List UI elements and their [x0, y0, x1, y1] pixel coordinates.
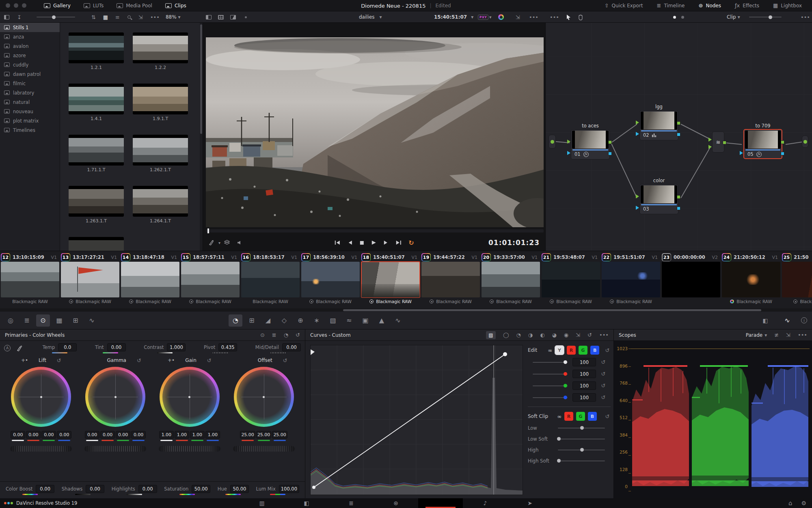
- hand-tool-icon[interactable]: [578, 14, 583, 20]
- clip-thumbnail[interactable]: [181, 262, 240, 297]
- key-output-port[interactable]: [608, 152, 612, 155]
- album-item[interactable]: avalon: [0, 41, 60, 51]
- search-icon[interactable]: [127, 15, 131, 19]
- timeline-clip[interactable]: 24 21:20:50:12 V1 Blackmagic RAW: [721, 251, 781, 312]
- param-value[interactable]: 50.00: [230, 485, 249, 493]
- more-options-icon[interactable]: •••: [550, 15, 559, 20]
- timeline-clip[interactable]: 13 13:17:27:21 V1 Blackmagic RAW: [60, 251, 120, 312]
- page-button[interactable]: ♪: [463, 498, 508, 508]
- timeline-clip[interactable]: 18 15:40:51:07 V1 Blackmagic RAW: [361, 251, 421, 312]
- channel-value[interactable]: 100: [572, 370, 596, 378]
- stop-button[interactable]: [359, 241, 364, 245]
- wheel-value[interactable]: 0.00: [26, 431, 41, 439]
- clip-thumbnail[interactable]: [241, 262, 300, 297]
- custom-curve-icon[interactable]: ▧: [486, 331, 496, 339]
- soft-clip-slider[interactable]: [558, 450, 605, 450]
- record-timecode[interactable]: 01:01:01:23: [488, 239, 540, 247]
- reset-icon[interactable]: ↺: [600, 359, 607, 365]
- still-thumbnail[interactable]: [133, 84, 188, 114]
- wheel-value[interactable]: 0.00: [131, 431, 146, 439]
- clip-thumbnail[interactable]: [61, 262, 119, 297]
- clip-thumbnail[interactable]: [662, 262, 720, 297]
- curve-graph[interactable]: [310, 345, 523, 495]
- palette-icon[interactable]: ⊞: [245, 314, 259, 327]
- video-frame[interactable]: [206, 37, 544, 227]
- source-input-node[interactable]: [549, 135, 556, 149]
- param-value[interactable]: 0.00: [107, 343, 126, 351]
- album-item[interactable]: anza: [0, 32, 60, 41]
- album-item[interactable]: Stills 1: [0, 23, 60, 32]
- gain-wheel[interactable]: [160, 367, 220, 427]
- rgb-output-port[interactable]: [677, 195, 680, 199]
- wheel-value[interactable]: 0.00: [100, 431, 115, 439]
- rgb-input-port[interactable]: [567, 140, 570, 144]
- more-options-icon[interactable]: •••: [150, 15, 160, 20]
- palette-icon[interactable]: ⊕: [294, 314, 307, 327]
- still-thumbnail[interactable]: [69, 186, 124, 217]
- wheel-value[interactable]: 1.00: [205, 431, 220, 439]
- soft-clip-slider[interactable]: [558, 461, 605, 461]
- clip-thumbnail[interactable]: [421, 262, 480, 297]
- channel-slider[interactable]: [533, 385, 568, 386]
- more-options-icon[interactable]: •••: [801, 15, 810, 20]
- palette-icon[interactable]: ◇: [277, 314, 291, 327]
- source-timecode-field[interactable]: 15:40:51:07 ▾: [434, 14, 473, 20]
- expand-viewer-icon[interactable]: ⇲: [516, 15, 520, 20]
- rgb-input-port[interactable]: [636, 194, 639, 198]
- rgb-output-port[interactable]: [781, 140, 784, 144]
- window-dot[interactable]: [22, 3, 26, 8]
- offset-master-dial[interactable]: [233, 446, 295, 452]
- toggle-album-list-icon[interactable]: [4, 15, 9, 19]
- channel-slider[interactable]: [533, 374, 568, 375]
- split-screen-icon[interactable]: ◧: [758, 314, 772, 327]
- still-thumbnail[interactable]: [133, 32, 188, 63]
- channel-button[interactable]: B: [590, 346, 599, 355]
- clip-thumbnail[interactable]: [482, 262, 540, 297]
- channel-slider[interactable]: [533, 362, 568, 363]
- scope-mode-select[interactable]: Parade ▾: [746, 332, 767, 338]
- import-still-icon[interactable]: ↧: [17, 15, 22, 20]
- album-item[interactable]: cuddly: [0, 60, 60, 69]
- window-dot[interactable]: [6, 3, 10, 8]
- param-value[interactable]: 0.0: [58, 343, 77, 351]
- reset-icon[interactable]: ↺: [600, 394, 607, 400]
- grid-view-icon[interactable]: ▦: [103, 15, 108, 20]
- auto-balance-icon[interactable]: A: [4, 345, 11, 351]
- timeline-clip[interactable]: 14 13:18:47:18 V1 Blackmagic RAW: [120, 251, 180, 312]
- wheel-value[interactable]: 25.00: [240, 431, 255, 439]
- key-output-port[interactable]: [677, 207, 680, 210]
- node-zoom-slider[interactable]: [749, 17, 782, 17]
- reset-icon[interactable]: ↺: [283, 357, 287, 364]
- top-tab[interactable]: ≣ Timeline: [650, 0, 692, 11]
- wheel-value[interactable]: 0.00: [11, 431, 25, 439]
- gain-master-dial[interactable]: [159, 446, 220, 452]
- more-options-icon[interactable]: •••: [599, 332, 609, 338]
- album-item[interactable]: filmic: [0, 79, 60, 88]
- custom-target-icon[interactable]: +•: [21, 357, 28, 363]
- grid-compare-icon[interactable]: [218, 15, 224, 19]
- sat-vs-sat-icon[interactable]: ◕: [552, 332, 556, 338]
- channel-value[interactable]: 100: [572, 381, 596, 390]
- page-button[interactable]: ≣: [329, 498, 374, 508]
- playhead-marker[interactable]: [207, 228, 209, 233]
- hue-vs-lum-icon[interactable]: ◑: [528, 332, 533, 338]
- settings-gear-icon[interactable]: ⚙: [801, 500, 806, 506]
- page-button[interactable]: ◧: [284, 498, 329, 508]
- param-value[interactable]: 0.435: [218, 343, 237, 351]
- key-input-port[interactable]: [567, 151, 570, 155]
- soft-clip-channel-button[interactable]: G: [576, 412, 585, 421]
- album-item[interactable]: dawn patrol: [0, 69, 60, 79]
- split-view-icon[interactable]: [206, 15, 212, 19]
- home-icon[interactable]: ⌂: [788, 500, 793, 506]
- clip-thumbnail[interactable]: [301, 262, 360, 297]
- channel-value[interactable]: 100: [572, 393, 596, 402]
- wipe-modes-icon[interactable]: [224, 240, 230, 245]
- palette-icon[interactable]: ◢: [261, 314, 275, 327]
- palette-icon[interactable]: ∿: [391, 314, 405, 327]
- page-button[interactable]: ➤: [508, 498, 552, 508]
- gallery-zoom-select[interactable]: 88% ▾: [166, 14, 181, 20]
- link-icon[interactable]: ∞: [548, 347, 552, 353]
- palette-icon[interactable]: ◎: [4, 314, 17, 327]
- more-options-icon[interactable]: •••: [529, 15, 538, 20]
- wheel-value[interactable]: 0.00: [116, 431, 130, 439]
